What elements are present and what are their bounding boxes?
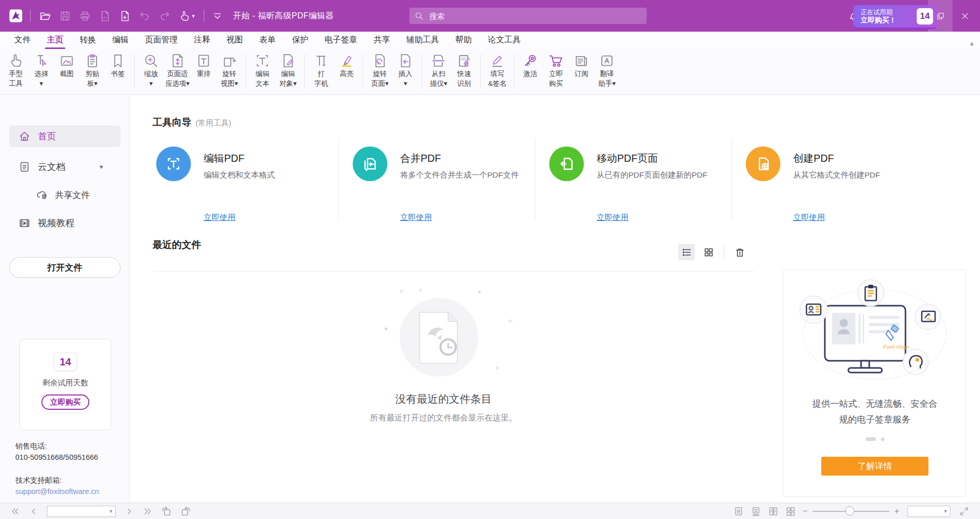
carousel-dots[interactable] [783, 437, 966, 441]
page-number-combobox[interactable]: ▼ [47, 506, 116, 517]
ribbon-button-rotate-pages[interactable]: 旋转页面▾ [367, 53, 393, 88]
open-file-button[interactable]: 打开文件 [9, 257, 120, 278]
redo-button [159, 10, 170, 22]
menu-item-辅助工具[interactable]: 辅助工具 [398, 35, 447, 50]
menu-item-文件[interactable]: 文件 [6, 35, 39, 50]
ribbon-button-fit-page[interactable]: 页面适应选项▾ [164, 53, 191, 88]
zoom-in-button[interactable]: + [894, 506, 899, 516]
use-now-link[interactable]: 立即使用 [400, 212, 432, 223]
page-number-input[interactable] [47, 507, 109, 515]
menu-item-帮助[interactable]: 帮助 [447, 35, 480, 50]
menu-item-电子签章[interactable]: 电子签章 [316, 35, 365, 50]
facing-view-icon[interactable] [768, 506, 778, 516]
menu-item-视图[interactable]: 视图 [218, 35, 251, 50]
menu-item-论文工具[interactable]: 论文工具 [480, 35, 529, 50]
redo-icon [159, 10, 170, 22]
grid-view-button[interactable] [700, 244, 717, 260]
ribbon-button-from-scanner[interactable]: 从扫描仪▾ [426, 53, 451, 88]
close-button[interactable] [952, 0, 977, 32]
single-page-view-icon[interactable] [733, 506, 744, 516]
rotate-left-icon[interactable] [161, 506, 172, 517]
ribbon-button-bookmark[interactable]: 书签 [105, 53, 131, 78]
recent-files-title: 最近的文件 [153, 238, 201, 252]
zoom-slider-handle[interactable] [845, 506, 854, 515]
sidebar-item-label: 共享文件 [55, 189, 90, 201]
menu-item-页面管理[interactable]: 页面管理 [137, 35, 186, 50]
zoom-level-input[interactable] [908, 507, 943, 515]
ribbon-button-subscribe[interactable]: 订阅 [569, 53, 594, 78]
search-box[interactable] [409, 8, 647, 24]
clear-recent-button[interactable] [731, 244, 748, 260]
tool-card-移动PDF页面[interactable]: 移动PDF页面从已有的PDF页面创建新的PDF立即使用 [549, 138, 746, 225]
hand-pointer-icon [179, 10, 190, 22]
sparkle-decoration: ✕ [495, 365, 500, 372]
sidebar-item-视频教程[interactable]: 视频教程 [9, 212, 120, 234]
chevron-down-icon[interactable]: ▼ [99, 164, 104, 170]
new-page-button[interactable] [119, 10, 131, 22]
ribbon-button-edit-text[interactable]: 编辑文本 [250, 53, 275, 88]
fullscreen-icon[interactable] [959, 506, 969, 516]
ribbon-button-edit-object[interactable]: 编辑对象▾ [275, 53, 301, 88]
ribbon-button-rotate-view[interactable]: 旋转视图▾ [216, 53, 242, 88]
sidebar-item-共享文件[interactable]: 共享文件 [9, 184, 120, 206]
buy-now-button[interactable]: 立即购买 [41, 394, 89, 410]
chevron-down-icon[interactable]: ▼ [109, 509, 115, 514]
ribbon-button-fill-sign[interactable]: 填写&签名 [484, 53, 510, 88]
rotate-right-icon[interactable] [180, 506, 191, 517]
use-now-link[interactable]: 立即使用 [204, 212, 235, 223]
ribbon-button-insert-pages[interactable]: 插入▾ [393, 53, 418, 88]
sparkle-decoration: ✦ [383, 325, 389, 333]
use-now-link[interactable]: 立即使用 [793, 212, 825, 223]
ribbon-button-clipboard[interactable]: 剪贴板▾ [80, 53, 105, 88]
ribbon-collapse-icon[interactable]: ▲ [969, 40, 975, 47]
menu-item-共享[interactable]: 共享 [365, 35, 398, 50]
ribbon-button-translate[interactable]: 翻译助手▾ [594, 53, 620, 88]
chevron-down-icon[interactable]: ▼ [943, 509, 950, 514]
trial-badge[interactable]: 正在试用期 立即购买！ 14 [853, 5, 937, 28]
zoom-out-button[interactable]: − [802, 506, 807, 516]
facing-continuous-view-icon[interactable] [786, 506, 796, 516]
ribbon-button-typewriter[interactable]: 打字机 [308, 53, 334, 88]
menu-item-注释[interactable]: 注释 [186, 35, 218, 50]
fill-sign-icon [489, 53, 505, 68]
foxit-logo-icon[interactable] [9, 9, 22, 22]
ribbon-button-snapshot[interactable]: 截图 [54, 53, 80, 78]
menu-item-表单[interactable]: 表单 [251, 35, 284, 50]
sidebar-item-首页[interactable]: 首页 [9, 126, 120, 147]
learn-more-button[interactable]: 了解详情 [821, 457, 928, 476]
previous-page-icon[interactable] [29, 506, 39, 516]
menu-item-编辑[interactable]: 编辑 [104, 35, 137, 50]
open-folder-button[interactable] [39, 10, 51, 22]
ribbon-button-hand-tool[interactable]: 手型工具 [3, 53, 29, 88]
ribbon-button-reflow[interactable]: 重排 [191, 53, 216, 78]
search-input[interactable] [428, 11, 642, 21]
menu-item-主页[interactable]: 主页 [39, 35, 71, 50]
sales-label: 销售电话: [15, 440, 98, 452]
next-page-icon[interactable] [124, 506, 134, 516]
tool-card-合并PDF[interactable]: 合并PDF将多个文件合并生成一个PDF文件立即使用 [353, 138, 549, 225]
rotate-pages-icon [372, 53, 387, 68]
first-page-icon[interactable] [10, 506, 20, 516]
toolbar-divider [30, 10, 31, 22]
list-view-button[interactable] [678, 244, 695, 260]
use-now-link[interactable]: 立即使用 [597, 212, 628, 223]
customize-toolbar-icon[interactable] [212, 10, 223, 21]
ribbon-button-highlight[interactable]: 高亮 [334, 53, 359, 78]
tool-card-编辑PDF[interactable]: 编辑PDF编辑文档和文本格式立即使用 [156, 138, 353, 225]
ribbon-button-zoom-tool[interactable]: 缩放▾ [138, 53, 164, 88]
window-title: 开始 - 福昕高级PDF编辑器 [233, 11, 334, 21]
support-email-link[interactable]: support@foxitsoftware.cn [15, 486, 99, 497]
sidebar-item-云文档[interactable]: 云文档▼ [9, 156, 120, 178]
menu-item-转换[interactable]: 转换 [71, 35, 104, 50]
zoom-slider[interactable] [813, 511, 889, 512]
ribbon-button-select-cursor[interactable]: 选择▾ [29, 53, 54, 88]
ribbon-button-quick-ocr[interactable]: OCR快速识别 [451, 53, 477, 88]
menu-item-保护[interactable]: 保护 [284, 35, 316, 50]
hand-pointer-button[interactable]: ▾ [179, 10, 195, 22]
continuous-view-icon[interactable] [751, 506, 761, 516]
ribbon-button-activate-key[interactable]: 激活 [518, 53, 543, 78]
last-page-icon[interactable] [142, 506, 153, 516]
ribbon-button-buy-cart[interactable]: 立即购买 [543, 53, 569, 88]
zoom-level-combobox[interactable]: ▼ [908, 506, 950, 517]
tool-card-创建PDF[interactable]: 创建PDF从其它格式文件创建PDF立即使用 [746, 138, 942, 225]
